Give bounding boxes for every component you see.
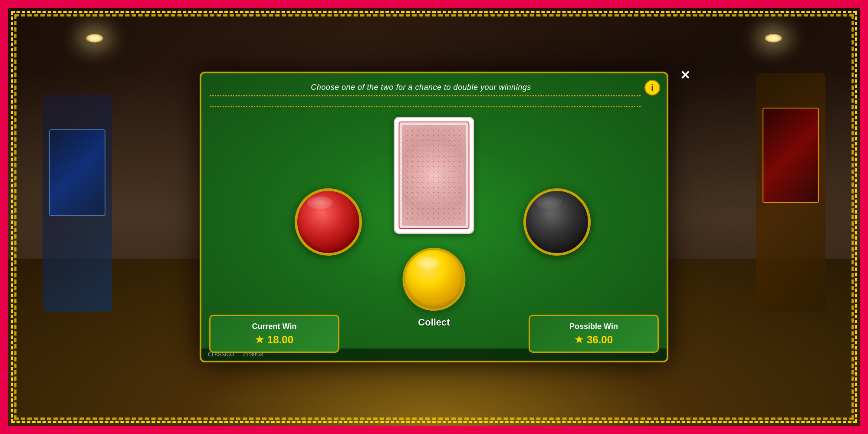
gamble-modal: i Choose one of the two for a chance to …	[200, 72, 668, 362]
possible-win-amount: 36.00	[587, 334, 613, 346]
slot-screen-right	[763, 108, 819, 203]
collect-button[interactable]	[403, 248, 466, 311]
dotted-line-top	[210, 95, 641, 96]
black-choice-button[interactable]	[523, 188, 591, 256]
card-back	[395, 118, 473, 233]
red-choice-button[interactable]	[295, 188, 362, 256]
possible-win-star-icon: ★	[575, 334, 583, 345]
slot-machine-right	[756, 73, 825, 312]
ceiling-light-left	[86, 34, 103, 43]
slot-screen-left	[49, 129, 105, 216]
possible-win-value: ★ 36.00	[575, 334, 613, 346]
info-button[interactable]: i	[644, 80, 660, 95]
card-pattern	[405, 128, 464, 223]
current-win-star-icon: ★	[255, 334, 264, 345]
current-win-amount: 18.00	[267, 334, 293, 346]
instruction-text: Choose one of the two for a chance to do…	[201, 83, 641, 92]
current-win-value: ★ 18.00	[255, 334, 293, 346]
current-win-title: Current Win	[252, 322, 297, 331]
close-button[interactable]: ✕	[680, 68, 690, 82]
slot-machine-left	[43, 95, 112, 312]
dotted-line-bottom	[210, 106, 641, 107]
collect-label: Collect	[418, 317, 450, 328]
ceiling-light-right	[765, 34, 782, 43]
playing-card	[394, 117, 474, 234]
outer-border: i Choose one of the two for a chance to …	[0, 0, 868, 434]
current-win-box: Current Win ★ 18.00	[209, 315, 339, 353]
info-icon: i	[651, 83, 654, 93]
card-inner	[399, 122, 470, 229]
possible-win-box: Possible Win ★ 36.00	[529, 315, 659, 353]
possible-win-title: Possible Win	[569, 322, 618, 331]
